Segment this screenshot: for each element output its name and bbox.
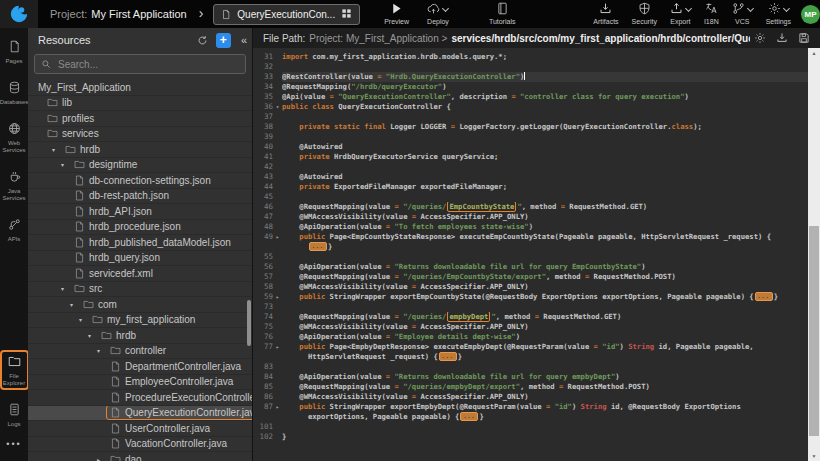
artifacts-button[interactable]: Artifacts: [593, 3, 618, 25]
scroll-down-arrow[interactable]: ▼: [808, 451, 820, 461]
refresh-icon[interactable]: [197, 35, 208, 46]
sidebar-item-databases[interactable]: Databases: [0, 76, 29, 109]
sidebar-item-pages[interactable]: Pages: [0, 35, 29, 68]
preview-button[interactable]: Preview: [384, 3, 409, 25]
tutorials-button[interactable]: Tutorials: [489, 3, 516, 25]
tree-scrollbar-thumb[interactable]: [247, 300, 251, 346]
code-line-40[interactable]: 40 @Autowired: [253, 142, 808, 152]
sidebar-more-button[interactable]: •••: [6, 439, 21, 449]
code-line-58[interactable]: 58 @WMAccessVisibility(value = AccessSpe…: [253, 282, 808, 292]
code-line-wrap[interactable]: ...}: [253, 242, 808, 252]
collapse-panel-button[interactable]: «: [239, 34, 249, 46]
collapse-arrow-icon[interactable]: ▾: [52, 146, 61, 153]
folded-code-placeholder-icon[interactable]: ...: [309, 242, 327, 251]
code-line-86[interactable]: 86 @WMAccessVisibility(value = AccessSpe…: [253, 392, 808, 402]
code-line-35[interactable]: 35@Api(value = "QueryExecutionController…: [253, 92, 808, 102]
code-line-37[interactable]: 37: [253, 112, 808, 122]
sidebar-item-web-services[interactable]: Web Services: [0, 117, 29, 157]
code-line-31[interactable]: 31import com.my_first_application.hrdb.m…: [253, 52, 808, 62]
settings-button[interactable]: Settings: [766, 3, 791, 25]
tree-item-hrdb_query.json[interactable]: hrdb_query.json: [28, 251, 252, 267]
tree-item-hrdb_API.json[interactable]: hrdb_API.json: [28, 204, 252, 220]
tree-item-ProcedureExecutionController.java[interactable]: ProcedureExecutionController.java: [28, 390, 252, 406]
editor-scrollbar-thumb[interactable]: [809, 226, 819, 437]
code-line-73[interactable]: 73: [253, 302, 808, 312]
code-line-32[interactable]: 32: [253, 62, 808, 72]
sidebar-item-logs[interactable]: Logs: [0, 398, 29, 431]
code-line-102[interactable]: 102}: [253, 432, 808, 442]
code-line-49[interactable]: 49▸ public Page<EmpCountbyStateResponse>…: [253, 232, 808, 242]
tree-item-hrdb[interactable]: ▾hrdb: [28, 142, 252, 158]
add-resource-button[interactable]: +: [216, 33, 231, 48]
fold-collapsed-icon[interactable]: ▸: [273, 232, 282, 242]
tree-item-profiles[interactable]: profiles: [28, 111, 252, 127]
security-button[interactable]: Security: [632, 3, 657, 25]
tree-item-hrdb_published_dataModel.json[interactable]: hrdb_published_dataModel.json: [28, 235, 252, 251]
code-line-48[interactable]: 48 @ApiOperation(value = "To fetch emplo…: [253, 222, 808, 232]
search-input[interactable]: [56, 58, 239, 71]
code-line-wrap[interactable]: exportOptions, Pageable pageable) {...}: [253, 412, 808, 422]
tree-item-UserController.java[interactable]: UserController.java: [28, 421, 252, 437]
code-area[interactable]: 31import com.my_first_application.hrdb.m…: [253, 52, 808, 461]
code-line-42[interactable]: 42: [253, 162, 808, 172]
tree-item-hrdb[interactable]: ▾hrdb: [28, 328, 252, 344]
tree-item-lib[interactable]: lib: [28, 96, 252, 112]
i18n-button[interactable]: I18N: [704, 3, 719, 25]
collapse-arrow-icon[interactable]: ▾: [61, 285, 70, 292]
tree-item-my_first_application[interactable]: ▾my_first_application: [28, 313, 252, 329]
code-line-83[interactable]: 83: [253, 362, 808, 372]
editor-settings-button[interactable]: [754, 32, 766, 44]
collapse-arrow-icon[interactable]: ▾: [61, 161, 70, 168]
code-line-44[interactable]: 44 private ExportedFileManager exportedF…: [253, 182, 808, 192]
code-line-59[interactable]: 59▸ public StringWrapper exportEmpCountb…: [253, 292, 808, 302]
code-line-41[interactable]: 41 private HrdbQueryExecutorService quer…: [253, 152, 808, 162]
tree-item-designtime[interactable]: ▾designtime: [28, 158, 252, 174]
folded-code-placeholder-icon[interactable]: ...: [755, 292, 773, 301]
export-button[interactable]: Export: [670, 3, 691, 25]
tree-item-My_First_Application[interactable]: My_First_Application: [28, 80, 252, 96]
code-line-47[interactable]: 47 @WMAccessVisibility(value = AccessSpe…: [253, 212, 808, 222]
code-line-34[interactable]: 34@RequestMapping("/hrdb/queryExecutor"): [253, 82, 808, 92]
search-box[interactable]: [34, 54, 246, 74]
breadcrumb-chevron-icon[interactable]: ›: [199, 5, 204, 21]
code-line-77[interactable]: 77▸ public Page<EmpbyDeptResponse> execu…: [253, 342, 808, 352]
tree-item-controller[interactable]: ▾controller: [28, 344, 252, 360]
code-line-76[interactable]: 76 @ApiOperation(value = "Employee detai…: [253, 332, 808, 342]
tree-item-com[interactable]: ▾com: [28, 297, 252, 313]
tree-item-DepartmentController.java[interactable]: DepartmentController.java: [28, 359, 252, 375]
vcs-button[interactable]: VCS: [732, 3, 753, 25]
code-line-84[interactable]: 84 @ApiOperation(value = "Returns downlo…: [253, 372, 808, 382]
tree-item-hrdb_procedure.json[interactable]: hrdb_procedure.json: [28, 220, 252, 236]
code-line-33[interactable]: 33@RestController(value = "Hrdb.QueryExe…: [253, 72, 808, 82]
collapse-arrow-icon[interactable]: ▾: [97, 347, 106, 354]
tree-item-EmployeeController.java[interactable]: EmployeeController.java: [28, 375, 252, 391]
tree-item-db-rest-patch.json[interactable]: db-rest-patch.json: [28, 189, 252, 205]
code-line-56[interactable]: 56 @ApiOperation(value = "Returns downlo…: [253, 262, 808, 272]
sidebar-item-apis[interactable]: APIs: [0, 213, 29, 246]
code-line-36[interactable]: 36▾public class QueryExecutionController…: [253, 102, 808, 112]
folded-code-placeholder-icon[interactable]: ...: [439, 352, 457, 361]
code-line-87[interactable]: 87▸ public StringWrapper exportEmpbyDept…: [253, 402, 808, 412]
expand-arrow-icon[interactable]: ▸: [97, 456, 106, 461]
tree-item-dao[interactable]: ▸dao: [28, 452, 252, 461]
code-line-57[interactable]: 57 @RequestMapping(value = "/queries/Emp…: [253, 272, 808, 282]
collapse-arrow-icon[interactable]: ▾: [70, 301, 79, 308]
user-avatar[interactable]: MP: [801, 5, 820, 24]
download-file-button[interactable]: [776, 32, 788, 44]
tree-item-services[interactable]: services: [28, 127, 252, 143]
fold-collapsed-icon[interactable]: ▸: [273, 402, 282, 412]
tree-item-db-connection-settings.json[interactable]: db-connection-settings.json: [28, 173, 252, 189]
code-line-74[interactable]: 74 @RequestMapping(value = "/queries/emp…: [253, 312, 808, 322]
code-line-75[interactable]: 75 @WMAccessVisibility(value = AccessSpe…: [253, 322, 808, 332]
code-line-101[interactable]: 101: [253, 422, 808, 432]
editor-scrollbar[interactable]: ▲ ▼: [808, 48, 820, 461]
fold-collapsed-icon[interactable]: ▸: [273, 292, 282, 302]
app-logo[interactable]: [0, 0, 38, 28]
tree-item-src[interactable]: ▾src: [28, 282, 252, 298]
code-line-46[interactable]: 46 @RequestMapping(value = "/queries/Emp…: [253, 202, 808, 212]
tree-item-QueryExecutionController.java[interactable]: QueryExecutionController.java: [28, 406, 252, 422]
open-file-tab[interactable]: QueryExecutionCon...: [213, 4, 360, 25]
code-line-43[interactable]: 43 @Autowired: [253, 172, 808, 182]
sidebar-item-java-services[interactable]: Java Services: [0, 165, 29, 205]
scroll-up-arrow[interactable]: ▲: [808, 48, 820, 58]
